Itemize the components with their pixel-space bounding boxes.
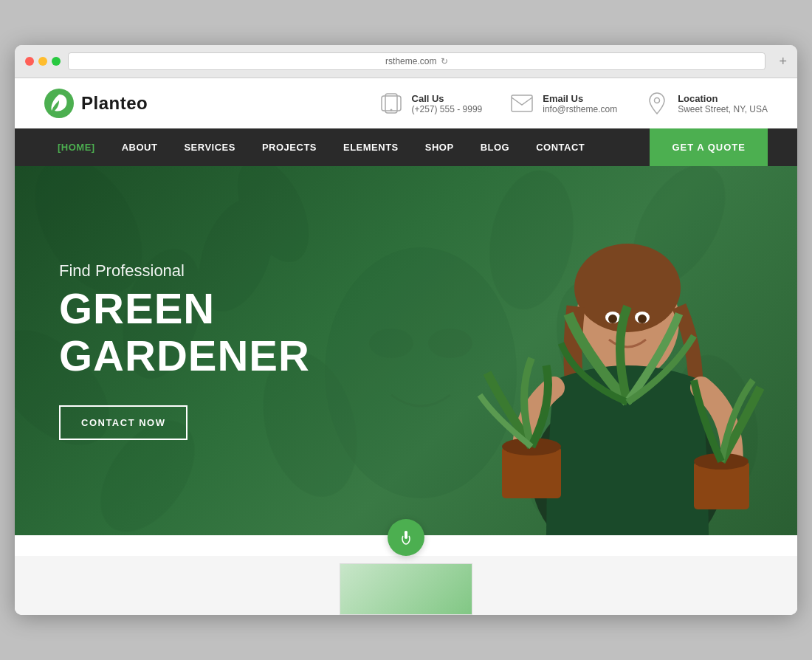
logo-icon xyxy=(44,89,74,118)
nav-item-contact[interactable]: CONTACT xyxy=(523,128,598,166)
nav-links: HOME ABOUT SERVICES PROJECTS ELEMENTS SH… xyxy=(44,128,650,166)
navigation: HOME ABOUT SERVICES PROJECTS ELEMENTS SH… xyxy=(15,128,797,166)
nav-item-elements[interactable]: ELEMENTS xyxy=(330,128,412,166)
nav-link-about[interactable]: ABOUT xyxy=(109,128,171,166)
email-icon xyxy=(509,90,535,117)
nav-item-about[interactable]: ABOUT xyxy=(109,128,171,166)
maximize-button[interactable] xyxy=(52,57,61,66)
nav-link-elements[interactable]: ELEMENTS xyxy=(330,128,412,166)
logo-text: Planteo xyxy=(81,93,148,114)
get-quote-button[interactable]: GET A QUOTE xyxy=(650,128,768,166)
email-label: Email Us xyxy=(543,93,617,104)
below-fold-section xyxy=(15,556,797,615)
nav-link-contact[interactable]: CONTACT xyxy=(523,128,598,166)
scroll-indicator xyxy=(15,519,797,556)
close-button[interactable] xyxy=(25,57,34,66)
contact-item-location: Location Sweet Street, NY, USA xyxy=(644,90,768,117)
nav-item-blog[interactable]: BLOG xyxy=(467,128,523,166)
phone-label: Call Us xyxy=(412,93,483,104)
svg-rect-1 xyxy=(382,96,401,111)
traffic-lights xyxy=(25,57,61,66)
location-value: Sweet Street, NY, USA xyxy=(678,104,768,114)
location-icon xyxy=(644,90,670,117)
phone-icon xyxy=(378,90,405,117)
nav-link-blog[interactable]: BLOG xyxy=(467,128,523,166)
nav-item-shop[interactable]: SHOP xyxy=(412,128,467,166)
logo[interactable]: Planteo xyxy=(44,89,148,118)
hero-section: Find Professional GREEN GARDENER CONTACT… xyxy=(15,166,797,535)
nav-link-projects[interactable]: PROJECTS xyxy=(249,128,330,166)
preview-thumbnail xyxy=(340,563,472,615)
svg-point-5 xyxy=(655,98,660,103)
svg-point-27 xyxy=(608,314,617,323)
header-contacts: Call Us (+257) 555 - 9999 Email Us i xyxy=(378,90,768,117)
nav-link-home[interactable]: HOME xyxy=(44,128,109,166)
hero-subtitle: Find Professional xyxy=(59,261,399,281)
website-content: Planteo Call Us (+257) 555 - 9999 xyxy=(15,78,797,615)
contact-item-phone: Call Us (+257) 555 - 9999 xyxy=(378,90,483,117)
browser-chrome: rstheme.com ↻ + xyxy=(15,45,797,78)
nav-item-services[interactable]: SERVICES xyxy=(171,128,249,166)
new-tab-button[interactable]: + xyxy=(779,54,787,69)
nav-link-shop[interactable]: SHOP xyxy=(412,128,467,166)
phone-value: (+257) 555 - 9999 xyxy=(412,104,483,114)
email-value: info@rstheme.com xyxy=(543,104,617,114)
hero-person-area xyxy=(458,166,797,535)
hero-title: GREEN GARDENER xyxy=(59,285,399,379)
minimize-button[interactable] xyxy=(38,57,47,66)
svg-rect-4 xyxy=(512,95,532,111)
nav-item-projects[interactable]: PROJECTS xyxy=(249,128,330,166)
address-bar[interactable]: rstheme.com ↻ xyxy=(68,52,765,70)
hero-content: Find Professional GREEN GARDENER CONTACT… xyxy=(15,202,443,500)
location-info: Location Sweet Street, NY, USA xyxy=(678,93,768,114)
nav-item-home[interactable]: HOME xyxy=(44,128,109,166)
location-label: Location xyxy=(678,93,768,104)
contact-item-email: Email Us info@rstheme.com xyxy=(509,90,617,117)
url-text: rstheme.com xyxy=(385,56,436,66)
refresh-icon[interactable]: ↻ xyxy=(441,56,448,66)
svg-point-3 xyxy=(390,109,392,111)
svg-point-28 xyxy=(638,314,647,323)
header-top: Planteo Call Us (+257) 555 - 9999 xyxy=(15,78,797,128)
email-info: Email Us info@rstheme.com xyxy=(543,93,617,114)
phone-info: Call Us (+257) 555 - 9999 xyxy=(412,93,483,114)
browser-window: rstheme.com ↻ + Planteo xyxy=(15,45,797,615)
contact-now-button[interactable]: CONTACT NOW xyxy=(59,405,187,440)
nav-link-services[interactable]: SERVICES xyxy=(171,128,249,166)
scroll-button[interactable] xyxy=(388,519,424,556)
